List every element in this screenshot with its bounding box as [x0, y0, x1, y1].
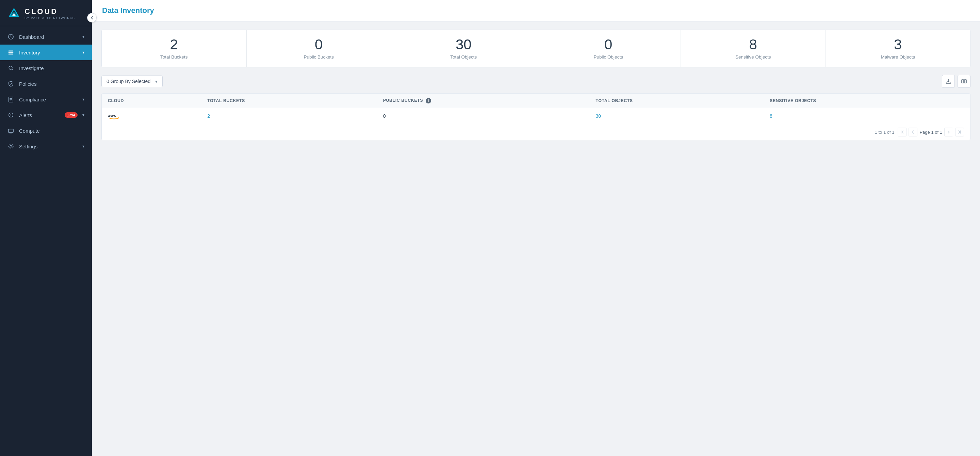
palo-alto-logo-icon	[8, 7, 21, 20]
investigate-icon	[8, 65, 14, 71]
inventory-arrow: ▾	[82, 50, 84, 55]
svg-point-7	[9, 66, 12, 70]
topbar: Data Inventory	[92, 0, 980, 21]
sidebar-item-investigate[interactable]: Investigate	[0, 60, 92, 76]
stat-total-objects-label: Total Objects	[397, 54, 530, 60]
compliance-label: Compliance	[19, 97, 78, 102]
policies-icon	[8, 80, 14, 87]
stat-total-buckets-number: 2	[107, 37, 241, 52]
svg-point-15	[11, 116, 11, 116]
pagination-controls: Page 1 of 1	[898, 128, 964, 137]
alerts-badge: 1794	[65, 112, 78, 118]
col-cloud: CLOUD	[102, 94, 201, 108]
compute-label: Compute	[19, 128, 84, 134]
alerts-arrow: ▾	[82, 113, 84, 118]
sidebar-item-compute[interactable]: Compute	[0, 123, 92, 138]
columns-button[interactable]	[958, 75, 970, 88]
first-page-button[interactable]	[898, 128, 907, 137]
public-buckets-info-icon[interactable]: i	[426, 98, 431, 103]
logo-cloud-text: CLOUD	[24, 7, 75, 16]
stat-public-buckets-label: Public Buckets	[252, 54, 386, 60]
prev-page-button[interactable]	[908, 128, 917, 137]
toolbar: 0 Group By Selected ▾	[102, 75, 970, 88]
settings-icon	[8, 143, 14, 150]
aws-logo: aws	[108, 112, 195, 120]
svg-point-19	[10, 145, 11, 147]
svg-rect-21	[963, 79, 965, 83]
table-row: aws 2 0 30	[102, 108, 970, 124]
logo-text: CLOUD BY PALO ALTO NETWORKS	[24, 7, 75, 20]
compliance-icon	[8, 96, 14, 103]
sidebar-item-alerts[interactable]: Alerts 1794 ▾	[0, 107, 92, 123]
sidebar-item-dashboard[interactable]: Dashboard ▾	[0, 29, 92, 44]
stat-public-objects-number: 0	[542, 37, 675, 52]
stat-sensitive-objects-number: 8	[686, 37, 820, 52]
stat-public-objects-label: Public Objects	[542, 54, 675, 60]
logo-sub-text: BY PALO ALTO NETWORKS	[24, 16, 75, 20]
cell-total-buckets: 2	[201, 108, 377, 124]
settings-arrow: ▾	[82, 144, 84, 149]
page-title: Data Inventory	[102, 6, 154, 15]
logo: CLOUD BY PALO ALTO NETWORKS	[0, 0, 92, 26]
cell-public-buckets: 0	[377, 108, 590, 124]
sensitive-objects-link[interactable]: 8	[770, 113, 772, 119]
col-public-buckets: PUBLIC BUCKETS i	[377, 94, 590, 108]
last-page-icon	[958, 130, 962, 134]
svg-line-8	[12, 69, 13, 70]
svg-rect-5	[8, 52, 13, 53]
stat-malware-objects-label: Malware Objects	[831, 54, 965, 60]
download-button[interactable]	[942, 75, 955, 88]
group-by-dropdown[interactable]: 0 Group By Selected ▾	[102, 76, 163, 87]
dashboard-icon	[8, 33, 14, 40]
inventory-label: Inventory	[19, 50, 78, 56]
sidebar: CLOUD BY PALO ALTO NETWORKS Dashboard ▾	[0, 0, 92, 456]
dashboard-label: Dashboard	[19, 34, 78, 40]
total-buckets-link[interactable]: 2	[207, 113, 210, 119]
compliance-arrow: ▾	[82, 97, 84, 102]
compute-icon	[8, 127, 14, 134]
stat-malware-objects: 3 Malware Objects	[826, 30, 970, 67]
data-table: CLOUD TOTAL BUCKETS PUBLIC BUCKETS i TOT…	[102, 93, 970, 140]
sidebar-item-compliance[interactable]: Compliance ▾	[0, 92, 92, 107]
download-icon	[946, 79, 951, 84]
sidebar-toggle-button[interactable]	[87, 13, 97, 22]
total-objects-link[interactable]: 30	[595, 113, 601, 119]
stat-total-objects-number: 30	[397, 37, 530, 52]
svg-marker-24	[118, 118, 119, 118]
columns-icon	[961, 79, 967, 84]
last-page-button[interactable]	[955, 128, 964, 137]
settings-label: Settings	[19, 144, 78, 149]
stat-total-buckets: 2 Total Buckets	[102, 30, 247, 67]
stat-sensitive-objects: 8 Sensitive Objects	[681, 30, 826, 67]
group-by-label: 0 Group By Selected	[107, 79, 150, 84]
chevron-left-icon	[90, 16, 94, 20]
svg-rect-4	[8, 51, 13, 52]
sidebar-item-inventory[interactable]: Inventory ▾	[0, 44, 92, 60]
alerts-label: Alerts	[19, 112, 60, 118]
stat-public-buckets-number: 0	[252, 37, 386, 52]
sidebar-nav: Dashboard ▾ Inventory ▾ Inv	[0, 26, 92, 456]
svg-rect-22	[965, 79, 966, 83]
prev-page-icon	[911, 130, 915, 134]
stats-row: 2 Total Buckets 0 Public Buckets 30 Tota…	[102, 30, 970, 67]
dashboard-arrow: ▾	[82, 34, 84, 39]
stat-total-buckets-label: Total Buckets	[107, 54, 241, 60]
svg-rect-16	[8, 129, 13, 133]
chevron-down-icon: ▾	[155, 79, 158, 84]
svg-rect-20	[962, 79, 963, 83]
sidebar-item-policies[interactable]: Policies	[0, 76, 92, 92]
pagination: 1 to 1 of 1 Page 1 of 1	[102, 124, 970, 140]
cell-total-objects: 30	[589, 108, 764, 124]
cell-sensitive-objects: 8	[764, 108, 970, 124]
svg-rect-6	[8, 54, 13, 55]
aws-logo-icon: aws	[108, 112, 120, 120]
stat-malware-objects-number: 3	[831, 37, 965, 52]
cell-cloud: aws	[102, 108, 201, 124]
content-area: 2 Total Buckets 0 Public Buckets 30 Tota…	[92, 21, 980, 456]
next-page-button[interactable]	[944, 128, 953, 137]
policies-label: Policies	[19, 81, 84, 87]
sidebar-item-settings[interactable]: Settings ▾	[0, 138, 92, 154]
col-total-objects: TOTAL OBJECTS	[589, 94, 764, 108]
investigate-label: Investigate	[19, 65, 84, 71]
page-info: Page 1 of 1	[920, 130, 942, 135]
